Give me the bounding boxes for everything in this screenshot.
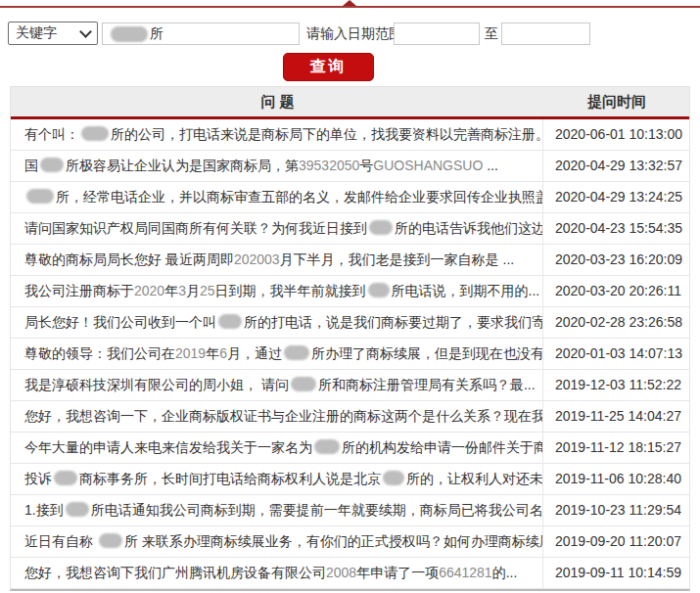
question-text: GUOSHANGSUO (373, 158, 483, 173)
question-text: 月，通过 (227, 345, 282, 361)
question-time: 2019-11-06 10:28:40 (543, 464, 689, 494)
table-row[interactable]: 投诉商标事务所，长时间打电话给商标权利人说是北京所的，让权利人对还未到续...2… (11, 464, 689, 495)
question-text: 年 (164, 283, 178, 298)
table-row[interactable]: 尊敬的领导：我们公司在2019年6月，通过所办理了商标续展，但是到现在也没有..… (11, 339, 689, 370)
question-time: 2020-04-29 13:32:57 (543, 151, 689, 181)
question-text: 投诉 (24, 471, 52, 486)
question-cell[interactable]: 您好，我想咨询一下，企业商标版权证书与企业注册的商标这两个是什么关系？现在我企业… (11, 401, 543, 432)
question-text: 2008 (326, 565, 356, 580)
question-cell[interactable]: 投诉商标事务所，长时间打电话给商标权利人说是北京所的，让权利人对还未到续... (11, 464, 543, 494)
question-text: 25 (200, 283, 215, 298)
table-row[interactable]: 今年大量的申请人来电来信发给我关于一家名为所的机构发给申请一份邮件关于商标续..… (11, 433, 689, 464)
redacted-text (111, 26, 148, 42)
table-row[interactable]: 尊敬的商标局局长您好 最近两周即202003月下半月，我们老是接到一家自称是 .… (11, 245, 689, 276)
question-cell[interactable]: 我是淳硕科技深圳有限公司的周小姐， 请问所和商标注册管理局有关系吗？最... (11, 370, 543, 400)
question-text: 请问国家知识产权局同国商所有何关联？为何我近日接到 (24, 220, 367, 236)
date-from-input[interactable] (400, 23, 473, 44)
question-text: 您好，我想咨询一下，企业商标版权证书与企业注册的商标这两个是什么关系？现在我企业… (24, 408, 543, 424)
redacted-text (81, 126, 109, 141)
question-time: 2020-04-23 15:54:35 (543, 213, 689, 244)
date-from-input-wrap (394, 23, 480, 45)
question-text: 2019 (175, 345, 206, 361)
question-text: 2020 (134, 283, 164, 298)
question-text: 39532050 (299, 158, 359, 173)
table-row[interactable]: 局长您好！我们公司收到一个叫所的打电话，说是我们商标要过期了，要求我们寄资料..… (11, 307, 689, 339)
date-range-label: 请输入日期范围 (306, 25, 402, 43)
question-text: 所极容易让企业认为是国家商标局，第 (66, 158, 299, 173)
question-text: 我是淳硕科技深圳有限公司的周小姐， 请问 (24, 377, 289, 392)
question-cell[interactable]: 尊敬的领导：我们公司在2019年6月，通过所办理了商标续展，但是到现在也没有..… (11, 339, 543, 369)
question-cell[interactable]: 所，经常电话企业，并以商标审查五部的名义，发邮件给企业要求回传企业执照盖章扫..… (11, 182, 543, 212)
question-cell[interactable]: 您好，我想咨询下我们广州腾讯机房设备有限公司2008年申请了一项6641281的… (11, 558, 543, 588)
question-text: 月下半月，我们老是接到一家自称是 ... (280, 251, 515, 267)
question-text: 月 (186, 283, 200, 298)
table-row[interactable]: 国所极容易让企业认为是国家商标局，第39532050号GUOSHANGSUO .… (11, 151, 689, 182)
question-cell[interactable]: 国所极容易让企业认为是国家商标局，第39532050号GUOSHANGSUO .… (11, 151, 543, 181)
question-time: 2019-10-23 11:29:54 (543, 495, 689, 525)
redacted-text (54, 471, 77, 485)
question-time: 2020-01-03 14:07:13 (543, 339, 689, 369)
question-cell[interactable]: 局长您好！我们公司收到一个叫所的打电话，说是我们商标要过期了，要求我们寄资料..… (11, 307, 543, 338)
to-label: 至 (485, 25, 498, 43)
table-row[interactable]: 请问国家知识产权局同国商所有何关联？为何我近日接到所的电话告诉我他们这边是知..… (11, 213, 689, 245)
question-text: 年 (206, 345, 219, 361)
table-body: 有个叫：所的公司，打电话来说是商标局下的单位，找我要资料以完善商标注册。但我..… (11, 119, 689, 589)
redacted-text (314, 439, 340, 454)
redacted-text (99, 533, 122, 548)
question-text: 所的打电话，说是我们商标要过期了，要求我们寄资料... (244, 314, 543, 330)
question-cell[interactable]: 有个叫：所的公司，打电话来说是商标局下的单位，找我要资料以完善商标注册。但我..… (11, 119, 543, 150)
question-cell[interactable]: 今年大量的申请人来电来信发给我关于一家名为所的机构发给申请一份邮件关于商标续..… (11, 433, 543, 463)
question-text: 所的公司，打电话来说是商标局下的单位，找我要资料以完善商标注册。但我... (111, 126, 543, 142)
tab-pointer-arrow-icon (343, 0, 356, 6)
table-header-row: 问 题 提问时间 (11, 86, 689, 119)
question-cell[interactable]: 尊敬的商标局局长您好 最近两周即202003月下半月，我们老是接到一家自称是 .… (11, 245, 543, 275)
top-divider-rule (0, 6, 700, 8)
redacted-text (26, 189, 54, 204)
question-text: 所的机构发给申请一份邮件关于商标续... (342, 439, 543, 455)
table-row[interactable]: 我是淳硕科技深圳有限公司的周小姐， 请问所和商标注册管理局有关系吗？最...20… (11, 370, 689, 401)
table-row[interactable]: 您好，我想咨询一下，企业商标版权证书与企业注册的商标这两个是什么关系？现在我企业… (11, 401, 689, 433)
question-time: 2020-04-29 13:24:25 (543, 182, 689, 212)
redacted-text (291, 377, 316, 391)
question-text: 局长您好！我们公司收到一个叫 (24, 314, 216, 330)
question-text: 所的，让权利人对还未到续... (406, 471, 543, 486)
date-to-input[interactable] (508, 23, 583, 44)
question-cell[interactable]: 1.接到所电话通知我公司商标到期，需要提前一年就要续期，商标局已将我公司名单..… (11, 495, 543, 525)
question-cell[interactable]: 我公司注册商标于2020年3月25日到期，我半年前就接到所电话说，到期不用的..… (11, 276, 543, 306)
search-field-select[interactable]: 关键字 (8, 22, 98, 45)
redacted-text (40, 158, 64, 172)
table-row[interactable]: 您好，我想咨询下我们广州腾讯机房设备有限公司2008年申请了一项6641281的… (11, 558, 689, 589)
redacted-text (284, 345, 309, 360)
time-column-header: 提问时间 (544, 87, 689, 116)
question-text: 年申请了一项 (356, 565, 439, 580)
question-cell[interactable]: 请问国家知识产权局同国商所有何关联？为何我近日接到所的电话告诉我他们这边是知..… (11, 213, 543, 244)
query-button[interactable]: 查询 (283, 53, 374, 81)
question-time: 2019-12-03 11:52:22 (543, 370, 689, 400)
table-row[interactable]: 我公司注册商标于2020年3月25日到期，我半年前就接到所电话说，到期不用的..… (11, 276, 689, 307)
question-text: 有个叫： (24, 126, 79, 142)
question-text: 所的电话告诉我他们这边是知... (395, 220, 543, 236)
question-text: 您好，我想咨询下我们广州腾讯机房设备有限公司 (24, 565, 326, 580)
question-text: 202003 (234, 251, 280, 267)
question-text: 所办理了商标续展，但是到现在也没有... (311, 345, 543, 361)
question-time: 2019-09-11 10:14:59 (543, 558, 689, 588)
redacted-text (368, 283, 390, 297)
keyword-input[interactable]: 所 (102, 23, 300, 45)
table-row[interactable]: 近日有自称 所 来联系办理商标续展业务，有你们的正式授权吗？如何办理商标续展..… (11, 526, 689, 558)
question-time: 2020-03-23 16:20:09 (543, 245, 689, 275)
table-row[interactable]: 1.接到所电话通知我公司商标到期，需要提前一年就要续期，商标局已将我公司名单..… (11, 495, 689, 526)
question-text: 3 (178, 283, 186, 298)
table-row[interactable]: 所，经常电话企业，并以商标审查五部的名义，发邮件给企业要求回传企业执照盖章扫..… (11, 182, 689, 213)
question-text: 6641281 (439, 565, 492, 580)
questions-table: 问 题 提问时间 有个叫：所的公司，打电话来说是商标局下的单位，找我要资料以完善… (10, 86, 690, 591)
search-field-select-value: 关键字 (16, 24, 57, 42)
table-row[interactable]: 有个叫：所的公司，打电话来说是商标局下的单位，找我要资料以完善商标注册。但我..… (11, 119, 689, 151)
question-time: 2020-03-20 20:26:11 (543, 276, 689, 306)
question-cell[interactable]: 近日有自称 所 来联系办理商标续展业务，有你们的正式授权吗？如何办理商标续展..… (11, 526, 543, 557)
question-text: 的... (492, 565, 518, 580)
question-column-header: 问 题 (11, 87, 544, 116)
question-text: 商标事务所，长时间打电话给商标权利人说是北京 (79, 471, 381, 486)
chevron-down-icon (79, 25, 92, 38)
question-text: 今年大量的申请人来电来信发给我关于一家名为 (24, 439, 312, 455)
redacted-text (218, 314, 242, 329)
